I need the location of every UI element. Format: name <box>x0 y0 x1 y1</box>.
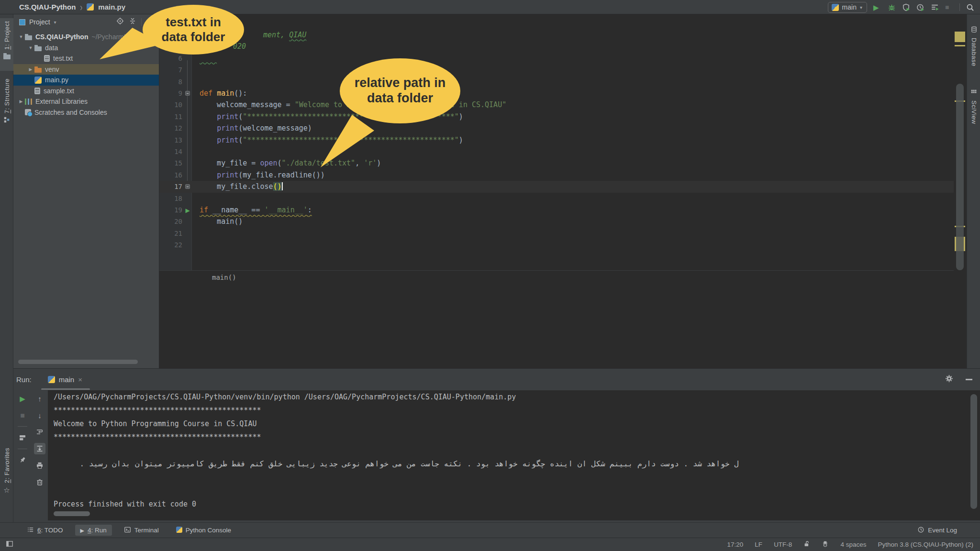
console-vertical-scrollbar[interactable] <box>970 394 977 509</box>
tree-expanded-icon[interactable]: ▼ <box>27 45 34 50</box>
tree-collapsed-icon[interactable]: ▶ <box>27 67 34 72</box>
run-concurrency-diagram-button[interactable] <box>931 3 939 11</box>
toggle-tool-window-buttons[interactable] <box>0 540 13 549</box>
down-stack-trace-button[interactable]: ↓ <box>34 409 45 421</box>
status-indent[interactable]: 4 spaces <box>840 541 866 548</box>
fold-marker-icon[interactable] <box>183 181 192 192</box>
editor[interactable]: 4ment, QIAU50206mmmm789def main():10 wel… <box>159 14 954 368</box>
code-text: def main(): <box>200 88 247 99</box>
console-output-line: ****************************************… <box>48 404 980 417</box>
tool-window-button-terminal[interactable]: Terminal <box>119 524 164 537</box>
code-line-14[interactable]: 14 <box>159 146 954 157</box>
code-text: mmmm <box>200 53 217 64</box>
code-line-8[interactable]: 8 <box>159 76 954 88</box>
tree-item-external-libraries[interactable]: ▶External Libraries <box>13 96 159 107</box>
structure-icon <box>3 116 10 125</box>
status-encoding[interactable]: UTF-8 <box>774 541 792 548</box>
code-line-21[interactable]: 21 <box>159 228 954 239</box>
code-line-15[interactable]: 15 my_file = open("./data/test.txt", 'r'… <box>159 157 954 169</box>
up-stack-trace-button[interactable]: ↑ <box>34 393 45 404</box>
run-tab-main[interactable]: main × <box>45 369 85 390</box>
text-caret <box>282 182 283 190</box>
tree-collapsed-icon[interactable]: ▶ <box>17 99 25 104</box>
tree-item-venv[interactable]: ▶venv <box>13 64 159 75</box>
code-line-4[interactable]: 4ment, QIAU <box>159 29 954 41</box>
title-bar: CS.QIAU-Python › main.py main ▾ ▶ ■ <box>0 0 980 14</box>
warning-stripe-mark[interactable] <box>955 45 965 46</box>
print-button[interactable] <box>34 460 45 471</box>
code-line-19[interactable]: 19▶if __name__ == '__main__': <box>159 204 954 216</box>
profiler-button[interactable] <box>916 3 924 11</box>
clear-all-button[interactable] <box>34 476 45 488</box>
code-line-6[interactable]: 6mmmm <box>159 53 954 64</box>
tool-window-button--run[interactable]: ▶4: Run <box>75 525 112 536</box>
code-text: print("*********************************… <box>200 134 463 146</box>
breadcrumb-project[interactable]: CS.QIAU-Python <box>19 3 76 11</box>
code-line-16[interactable]: 16 print(my_file.readline()) <box>159 169 954 181</box>
status-line-separator[interactable]: LF <box>755 541 762 548</box>
code-line-10[interactable]: 10 welcome_message = "Welcome to Python … <box>159 99 954 110</box>
tree-item-main-py[interactable]: main.py <box>13 75 159 86</box>
code-line-12[interactable]: 12 print(welcome_message) <box>159 122 954 134</box>
stop-button[interactable]: ■ <box>945 3 953 11</box>
run-console[interactable]: /Users/OAG/PycharmProjects/CS.QIAU-Pytho… <box>48 390 980 520</box>
hide-tool-window-button[interactable] <box>966 379 972 380</box>
run-button[interactable]: ▶ <box>873 3 881 11</box>
code-line-11[interactable]: 11 print("******************************… <box>159 111 954 122</box>
tree-item-sample-txt[interactable]: sample.txt <box>13 86 159 97</box>
restore-layout-button[interactable] <box>17 432 28 443</box>
tool-window-button--todo[interactable]: 6: TODO <box>22 524 68 537</box>
run-configuration-selector[interactable]: main ▾ <box>828 2 867 13</box>
locate-file-button[interactable] <box>116 17 124 27</box>
tool-window-button-python-console[interactable]: Python Console <box>171 525 236 536</box>
close-tab-icon[interactable]: × <box>78 375 82 384</box>
soft-wrap-button[interactable] <box>34 426 45 438</box>
pin-tab-button[interactable] <box>17 454 28 466</box>
project-view-selector[interactable]: Project <box>29 18 50 26</box>
rerun-button[interactable]: ▶ <box>17 393 28 404</box>
editor-scrollbar-stripe[interactable] <box>954 14 967 368</box>
project-panel-horizontal-scrollbar[interactable] <box>18 360 138 364</box>
project-tool-window: Project ▾ ▼CS.QIAU-Python~/PycharmP▼data… <box>13 14 159 368</box>
terminal-icon <box>124 526 131 535</box>
tool-window-tab-sciview[interactable]: SciView <box>967 86 980 136</box>
code-line-22[interactable]: 22 <box>159 239 954 251</box>
tool-window-tab-structure[interactable]: 7: Structure <box>0 76 13 131</box>
tree-item-test-txt[interactable]: test.txt <box>13 53 159 64</box>
fold-marker-icon[interactable] <box>183 88 192 99</box>
stop-process-button[interactable]: ■ <box>17 409 28 421</box>
code-line-17[interactable]: 17 my_file.close() <box>159 181 954 192</box>
run-line-gutter-icon[interactable]: ▶ <box>183 204 192 216</box>
status-caret-position[interactable]: 17:20 <box>727 541 744 548</box>
search-everywhere-button[interactable] <box>966 3 974 11</box>
folder-icon <box>34 46 42 51</box>
run-with-coverage-button[interactable] <box>902 3 910 11</box>
code-line-7[interactable]: 7 <box>159 64 954 76</box>
code-line-5[interactable]: 5020 <box>159 41 954 52</box>
code-line-13[interactable]: 13 print("******************************… <box>159 134 954 146</box>
tree-item-scratches-and-consoles[interactable]: Scratches and Consoles <box>13 107 159 118</box>
event-log-button[interactable]: Event Log <box>917 526 957 535</box>
tool-window-button-label: 6: TODO <box>37 527 63 534</box>
scroll-to-end-button[interactable] <box>34 443 45 454</box>
code-line-20[interactable]: 20 main() <box>159 216 954 227</box>
breadcrumb-scope[interactable]: main() <box>212 274 236 281</box>
console-horizontal-scrollbar[interactable] <box>54 511 90 516</box>
debug-button[interactable] <box>888 3 896 11</box>
run-settings-gear-button[interactable] <box>945 375 953 385</box>
collapse-all-button[interactable] <box>129 17 136 27</box>
code-line-9[interactable]: 9def main(): <box>159 88 954 99</box>
breadcrumb-file[interactable]: main.py <box>98 3 125 11</box>
inspections-hector-icon[interactable] <box>822 540 829 549</box>
chevron-down-icon[interactable]: ▾ <box>54 20 56 25</box>
tree-expanded-icon[interactable]: ▼ <box>17 34 25 39</box>
tool-window-tab-project[interactable]: 1: Project <box>0 18 13 71</box>
code-line-18[interactable]: 18 <box>159 193 954 204</box>
tool-window-tab-favorites[interactable]: 2: Favorites ☆ <box>0 445 13 509</box>
tool-window-tab-database[interactable]: Database <box>967 23 980 80</box>
lock-icon[interactable] <box>803 540 810 549</box>
editor-vertical-scrollbar[interactable] <box>956 84 964 270</box>
run-configuration-name: main <box>842 3 857 11</box>
inspection-status-indicator[interactable] <box>955 32 965 42</box>
status-interpreter[interactable]: Python 3.8 (CS.QIAU-Python) (2) <box>878 541 973 548</box>
